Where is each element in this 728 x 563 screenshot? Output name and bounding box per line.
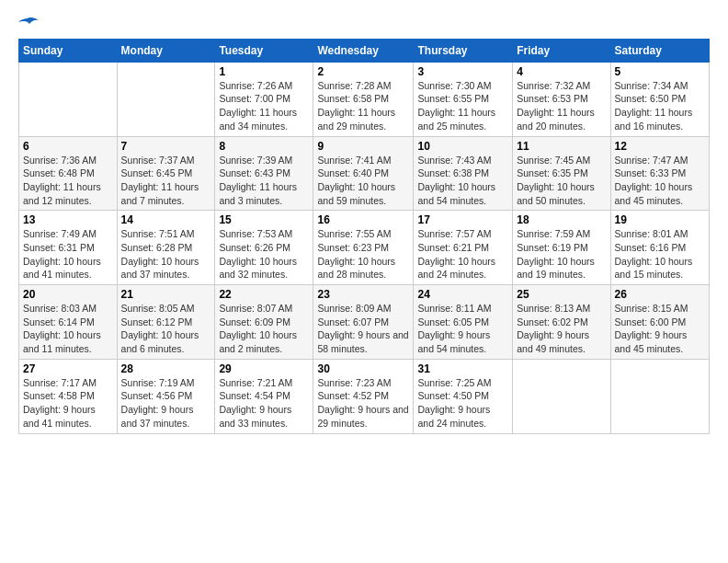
calendar-cell: 16Sunrise: 7:55 AMSunset: 6:23 PMDayligh… (313, 211, 414, 285)
day-number: 22 (219, 288, 309, 301)
calendar-week-row: 1Sunrise: 7:26 AMSunset: 7:00 PMDaylight… (19, 62, 710, 136)
day-detail: Sunrise: 7:23 AMSunset: 4:52 PMDaylight:… (317, 376, 409, 431)
day-detail: Sunrise: 7:59 AMSunset: 6:19 PMDaylight:… (517, 227, 606, 282)
page: SundayMondayTuesdayWednesdayThursdayFrid… (0, 0, 728, 443)
calendar-week-row: 13Sunrise: 7:49 AMSunset: 6:31 PMDayligh… (19, 211, 710, 285)
day-detail: Sunrise: 7:49 AMSunset: 6:31 PMDaylight:… (23, 227, 113, 282)
calendar-cell: 24Sunrise: 8:11 AMSunset: 6:05 PMDayligh… (414, 285, 513, 360)
day-number: 15 (219, 213, 309, 226)
day-detail: Sunrise: 7:55 AMSunset: 6:23 PMDaylight:… (317, 227, 409, 282)
calendar-week-row: 27Sunrise: 7:17 AMSunset: 4:58 PMDayligh… (19, 359, 710, 433)
calendar-week-row: 6Sunrise: 7:36 AMSunset: 6:48 PMDaylight… (19, 136, 710, 211)
day-number: 21 (121, 288, 211, 301)
calendar-cell: 31Sunrise: 7:25 AMSunset: 4:50 PMDayligh… (414, 359, 513, 433)
day-detail: Sunrise: 7:47 AMSunset: 6:33 PMDaylight:… (615, 154, 705, 208)
logo-line1 (18, 15, 39, 33)
day-detail: Sunrise: 8:09 AMSunset: 6:07 PMDaylight:… (317, 302, 409, 356)
day-number: 29 (219, 362, 309, 375)
calendar-cell: 20Sunrise: 8:03 AMSunset: 6:14 PMDayligh… (19, 285, 118, 360)
day-number: 23 (317, 288, 409, 301)
day-detail: Sunrise: 7:37 AMSunset: 6:45 PMDaylight:… (121, 154, 211, 208)
calendar-cell: 8Sunrise: 7:39 AMSunset: 6:43 PMDaylight… (215, 136, 313, 211)
day-detail: Sunrise: 7:39 AMSunset: 6:43 PMDaylight:… (219, 154, 309, 208)
calendar-cell: 30Sunrise: 7:23 AMSunset: 4:52 PMDayligh… (313, 359, 414, 433)
day-number: 28 (121, 362, 211, 375)
col-header-friday: Friday (513, 39, 610, 62)
day-number: 18 (517, 213, 606, 226)
col-header-sunday: Sunday (19, 39, 118, 62)
calendar-cell: 15Sunrise: 7:53 AMSunset: 6:26 PMDayligh… (215, 211, 313, 285)
calendar-cell: 4Sunrise: 7:32 AMSunset: 6:53 PMDaylight… (513, 62, 610, 136)
day-detail: Sunrise: 7:30 AMSunset: 6:55 PMDaylight:… (417, 79, 508, 133)
day-detail: Sunrise: 7:21 AMSunset: 4:54 PMDaylight:… (219, 376, 309, 431)
day-detail: Sunrise: 8:15 AMSunset: 6:00 PMDaylight:… (615, 302, 705, 356)
calendar-cell: 17Sunrise: 7:57 AMSunset: 6:21 PMDayligh… (414, 211, 513, 285)
day-number: 5 (615, 65, 705, 78)
day-detail: Sunrise: 7:17 AMSunset: 4:58 PMDaylight:… (23, 376, 113, 431)
day-number: 6 (23, 140, 113, 153)
calendar-cell: 25Sunrise: 8:13 AMSunset: 6:02 PMDayligh… (513, 285, 610, 360)
day-detail: Sunrise: 7:19 AMSunset: 4:56 PMDaylight:… (121, 376, 211, 431)
day-number: 9 (317, 140, 409, 153)
calendar-header-row: SundayMondayTuesdayWednesdayThursdayFrid… (19, 39, 710, 62)
col-header-tuesday: Tuesday (215, 39, 313, 62)
day-number: 17 (417, 213, 508, 226)
header (18, 15, 710, 33)
day-detail: Sunrise: 8:01 AMSunset: 6:16 PMDaylight:… (615, 227, 705, 282)
calendar-cell: 28Sunrise: 7:19 AMSunset: 4:56 PMDayligh… (117, 359, 215, 433)
calendar-cell: 11Sunrise: 7:45 AMSunset: 6:35 PMDayligh… (513, 136, 610, 211)
calendar-cell: 26Sunrise: 8:15 AMSunset: 6:00 PMDayligh… (610, 285, 709, 360)
calendar-cell: 12Sunrise: 7:47 AMSunset: 6:33 PMDayligh… (610, 136, 709, 211)
day-number: 2 (317, 65, 409, 78)
calendar-cell: 14Sunrise: 7:51 AMSunset: 6:28 PMDayligh… (117, 211, 215, 285)
day-number: 3 (417, 65, 508, 78)
calendar-cell (19, 62, 118, 136)
logo-bird-icon (18, 17, 39, 31)
day-detail: Sunrise: 7:34 AMSunset: 6:50 PMDaylight:… (615, 79, 705, 133)
day-number: 10 (417, 140, 508, 153)
calendar-cell (610, 359, 709, 433)
day-number: 31 (417, 362, 508, 375)
day-number: 19 (615, 213, 705, 226)
day-number: 8 (219, 140, 309, 153)
day-detail: Sunrise: 7:36 AMSunset: 6:48 PMDaylight:… (23, 154, 113, 208)
calendar-cell: 22Sunrise: 8:07 AMSunset: 6:09 PMDayligh… (215, 285, 313, 360)
day-detail: Sunrise: 7:53 AMSunset: 6:26 PMDaylight:… (219, 227, 309, 282)
day-detail: Sunrise: 8:07 AMSunset: 6:09 PMDaylight:… (219, 302, 309, 356)
calendar-cell: 9Sunrise: 7:41 AMSunset: 6:40 PMDaylight… (313, 136, 414, 211)
day-number: 14 (121, 213, 211, 226)
calendar-cell: 27Sunrise: 7:17 AMSunset: 4:58 PMDayligh… (19, 359, 118, 433)
day-number: 7 (121, 140, 211, 153)
calendar-cell: 23Sunrise: 8:09 AMSunset: 6:07 PMDayligh… (313, 285, 414, 360)
calendar-cell: 18Sunrise: 7:59 AMSunset: 6:19 PMDayligh… (513, 211, 610, 285)
day-number: 1 (219, 65, 309, 78)
day-number: 30 (317, 362, 409, 375)
day-detail: Sunrise: 8:11 AMSunset: 6:05 PMDaylight:… (417, 302, 508, 356)
day-number: 25 (517, 288, 606, 301)
calendar-cell: 29Sunrise: 7:21 AMSunset: 4:54 PMDayligh… (215, 359, 313, 433)
day-number: 11 (517, 140, 606, 153)
day-number: 24 (417, 288, 508, 301)
day-number: 12 (615, 140, 705, 153)
calendar-cell: 2Sunrise: 7:28 AMSunset: 6:58 PMDaylight… (313, 62, 414, 136)
day-number: 13 (23, 213, 113, 226)
day-detail: Sunrise: 8:13 AMSunset: 6:02 PMDaylight:… (517, 302, 606, 356)
day-detail: Sunrise: 7:25 AMSunset: 4:50 PMDaylight:… (417, 376, 508, 431)
col-header-monday: Monday (117, 39, 215, 62)
calendar-cell: 6Sunrise: 7:36 AMSunset: 6:48 PMDaylight… (19, 136, 118, 211)
day-detail: Sunrise: 7:51 AMSunset: 6:28 PMDaylight:… (121, 227, 211, 282)
calendar-cell: 1Sunrise: 7:26 AMSunset: 7:00 PMDaylight… (215, 62, 313, 136)
calendar-cell: 21Sunrise: 8:05 AMSunset: 6:12 PMDayligh… (117, 285, 215, 360)
calendar-cell: 7Sunrise: 7:37 AMSunset: 6:45 PMDaylight… (117, 136, 215, 211)
day-number: 16 (317, 213, 409, 226)
day-detail: Sunrise: 7:45 AMSunset: 6:35 PMDaylight:… (517, 154, 606, 208)
day-number: 4 (517, 65, 606, 78)
day-detail: Sunrise: 7:28 AMSunset: 6:58 PMDaylight:… (317, 79, 409, 133)
day-number: 20 (23, 288, 113, 301)
day-detail: Sunrise: 8:05 AMSunset: 6:12 PMDaylight:… (121, 302, 211, 356)
day-detail: Sunrise: 7:41 AMSunset: 6:40 PMDaylight:… (317, 154, 409, 208)
day-number: 27 (23, 362, 113, 375)
calendar-cell: 13Sunrise: 7:49 AMSunset: 6:31 PMDayligh… (19, 211, 118, 285)
day-detail: Sunrise: 7:26 AMSunset: 7:00 PMDaylight:… (219, 79, 309, 133)
calendar-cell: 10Sunrise: 7:43 AMSunset: 6:38 PMDayligh… (414, 136, 513, 211)
